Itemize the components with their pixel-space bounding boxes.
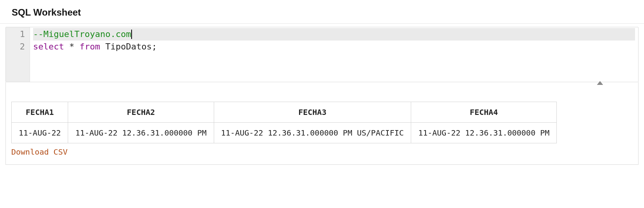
sql-editor[interactable]: 1 2 --MiguelTroyano.com select * from Ti… — [5, 27, 639, 82]
page-title: SQL Worksheet — [0, 0, 644, 23]
table-header: FECHA1 FECHA2 FECHA3 FECHA4 — [12, 102, 557, 123]
code-line[interactable]: select * from TipoDatos; — [33, 41, 635, 53]
column-header[interactable]: FECHA2 — [68, 102, 214, 123]
table-row[interactable]: 11-AUG-22 11-AUG-22 12.36.31.000000 PM 1… — [12, 123, 557, 143]
table-header-row: FECHA1 FECHA2 FECHA3 FECHA4 — [12, 102, 557, 123]
code-line[interactable]: --MiguelTroyano.com — [33, 28, 635, 41]
table-cell: 11-AUG-22 — [12, 123, 68, 143]
editor-code-area[interactable]: --MiguelTroyano.com select * from TipoDa… — [30, 27, 638, 82]
code-token-comment: --MiguelTroyano.com — [33, 29, 131, 39]
table-cell: 11-AUG-22 12.36.31.000000 PM — [68, 123, 214, 143]
column-header[interactable]: FECHA1 — [12, 102, 68, 123]
table-cell: 11-AUG-22 12.36.31.000000 PM — [411, 123, 557, 143]
results-table: FECHA1 FECHA2 FECHA3 FECHA4 11-AUG-22 11… — [11, 102, 557, 143]
column-header[interactable]: FECHA4 — [411, 102, 557, 123]
code-token-plain: TipoDatos; — [100, 42, 157, 51]
download-csv-link[interactable]: Download CSV — [11, 147, 68, 157]
results-panel: FECHA1 FECHA2 FECHA3 FECHA4 11-AUG-22 11… — [5, 82, 639, 165]
code-token-keyword: from — [79, 42, 100, 51]
table-cell: 11-AUG-22 12.36.31.000000 PM US/PACIFIC — [214, 123, 411, 143]
code-token-keyword: select — [33, 42, 64, 51]
code-token-plain: * — [64, 42, 79, 51]
collapse-handle-icon[interactable] — [597, 81, 603, 85]
editor-gutter: 1 2 — [6, 27, 30, 82]
title-separator — [0, 23, 644, 24]
text-cursor — [131, 30, 132, 39]
line-number: 2 — [13, 41, 25, 53]
table-body: 11-AUG-22 11-AUG-22 12.36.31.000000 PM 1… — [12, 123, 557, 143]
column-header[interactable]: FECHA3 — [214, 102, 411, 123]
line-number: 1 — [13, 28, 25, 41]
